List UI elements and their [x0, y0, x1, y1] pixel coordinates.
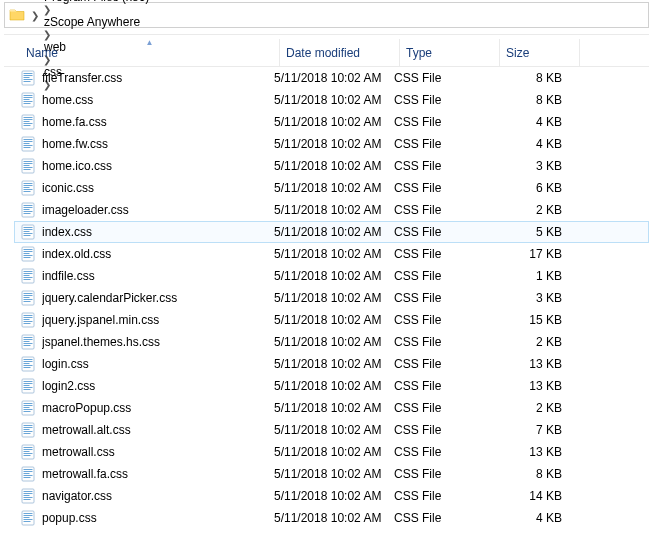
- svg-rect-8: [24, 97, 33, 98]
- file-size: 4 KB: [494, 134, 568, 154]
- file-row[interactable]: jquery.calendarPicker.css5/11/2018 10:02…: [14, 287, 649, 309]
- svg-rect-92: [24, 405, 33, 406]
- file-name-cell: macroPopup.css: [20, 398, 274, 418]
- file-row[interactable]: home.css5/11/2018 10:02 AMCSS File8 KB: [14, 89, 649, 111]
- file-row[interactable]: indfile.css5/11/2018 10:02 AMCSS File1 K…: [14, 265, 649, 287]
- svg-rect-33: [24, 187, 30, 188]
- css-file-icon: [20, 488, 36, 504]
- file-name: metrowall.alt.css: [42, 423, 131, 437]
- column-header-name[interactable]: Name ▲: [20, 39, 280, 66]
- file-date: 5/11/2018 10:02 AM: [274, 464, 394, 484]
- css-file-icon: [20, 136, 36, 152]
- svg-rect-19: [24, 139, 33, 140]
- svg-rect-17: [24, 125, 31, 126]
- file-row[interactable]: imageloader.css5/11/2018 10:02 AMCSS Fil…: [14, 199, 649, 221]
- css-file-icon: [20, 290, 36, 306]
- file-size: 8 KB: [494, 90, 568, 110]
- chevron-right-icon[interactable]: ❯: [29, 10, 41, 21]
- svg-rect-97: [24, 425, 33, 426]
- svg-rect-63: [24, 297, 30, 298]
- file-row[interactable]: metrowall.css5/11/2018 10:02 AMCSS File1…: [14, 441, 649, 463]
- svg-rect-37: [24, 205, 33, 206]
- file-date: 5/11/2018 10:02 AM: [274, 354, 394, 374]
- svg-rect-93: [24, 407, 30, 408]
- file-date: 5/11/2018 10:02 AM: [274, 486, 394, 506]
- breadcrumb-bar: ❯ This PC❯Local Disk (C:)❯Program Files …: [4, 2, 649, 28]
- css-file-icon: [20, 400, 36, 416]
- column-header-date[interactable]: Date modified: [280, 39, 400, 66]
- file-row[interactable]: home.ico.css5/11/2018 10:02 AMCSS File3 …: [14, 155, 649, 177]
- chevron-right-icon[interactable]: ❯: [41, 4, 53, 15]
- svg-rect-9: [24, 99, 30, 100]
- breadcrumb-item[interactable]: zScope Anywhere: [41, 15, 152, 29]
- file-name: jquery.calendarPicker.css: [42, 291, 177, 305]
- file-name: iconic.css: [42, 181, 94, 195]
- file-name-cell: indfile.css: [20, 266, 274, 286]
- svg-rect-69: [24, 319, 30, 320]
- file-date: 5/11/2018 10:02 AM: [274, 178, 394, 198]
- file-row[interactable]: navigator.css5/11/2018 10:02 AMCSS File1…: [14, 485, 649, 507]
- svg-rect-89: [24, 389, 31, 390]
- file-row[interactable]: index.css5/11/2018 10:02 AMCSS File5 KB: [14, 221, 649, 243]
- column-header-size[interactable]: Size: [500, 39, 580, 66]
- svg-rect-105: [24, 451, 30, 452]
- svg-rect-44: [24, 229, 33, 230]
- svg-rect-41: [24, 213, 31, 214]
- file-row[interactable]: metrowall.alt.css5/11/2018 10:02 AMCSS F…: [14, 419, 649, 441]
- file-date: 5/11/2018 10:02 AM: [274, 332, 394, 352]
- file-row[interactable]: macroPopup.css5/11/2018 10:02 AMCSS File…: [14, 397, 649, 419]
- svg-rect-59: [24, 279, 31, 280]
- file-row[interactable]: login.css5/11/2018 10:02 AMCSS File13 KB: [14, 353, 649, 375]
- file-row[interactable]: jquery.jspanel.min.css5/11/2018 10:02 AM…: [14, 309, 649, 331]
- svg-rect-109: [24, 469, 33, 470]
- file-size: 1 KB: [494, 266, 568, 286]
- file-name: popup.css: [42, 511, 97, 525]
- file-type: CSS File: [394, 68, 494, 88]
- file-date: 5/11/2018 10:02 AM: [274, 156, 394, 176]
- svg-rect-53: [24, 257, 31, 258]
- file-name: login.css: [42, 357, 89, 371]
- file-row[interactable]: jspanel.themes.hs.css5/11/2018 10:02 AMC…: [14, 331, 649, 353]
- file-name: jquery.jspanel.min.css: [42, 313, 159, 327]
- file-name-cell: home.ico.css: [20, 156, 274, 176]
- file-date: 5/11/2018 10:02 AM: [274, 112, 394, 132]
- svg-rect-98: [24, 427, 33, 428]
- column-headers: Name ▲ Date modified Type Size: [4, 39, 649, 67]
- file-size: 2 KB: [494, 398, 568, 418]
- svg-rect-15: [24, 121, 30, 122]
- css-file-icon: [20, 334, 36, 350]
- file-type: CSS File: [394, 156, 494, 176]
- svg-rect-20: [24, 141, 33, 142]
- svg-rect-22: [24, 145, 33, 146]
- breadcrumb-item[interactable]: Program Files (x86): [41, 0, 152, 4]
- file-size: 6 KB: [494, 178, 568, 198]
- file-size: 3 KB: [494, 288, 568, 308]
- svg-rect-104: [24, 449, 33, 450]
- svg-rect-91: [24, 403, 33, 404]
- file-row[interactable]: index.old.css5/11/2018 10:02 AMCSS File1…: [14, 243, 649, 265]
- file-row[interactable]: iconic.css5/11/2018 10:02 AMCSS File6 KB: [14, 177, 649, 199]
- file-name-cell: index.css: [20, 222, 274, 242]
- file-type: CSS File: [394, 332, 494, 352]
- svg-rect-58: [24, 277, 33, 278]
- file-name: home.css: [42, 93, 93, 107]
- file-date: 5/11/2018 10:02 AM: [274, 90, 394, 110]
- file-row[interactable]: metrowall.fa.css5/11/2018 10:02 AMCSS Fi…: [14, 463, 649, 485]
- svg-rect-110: [24, 471, 33, 472]
- svg-rect-14: [24, 119, 33, 120]
- file-row[interactable]: popup.css5/11/2018 10:02 AMCSS File4 KB: [14, 507, 649, 529]
- file-size: 2 KB: [494, 200, 568, 220]
- svg-rect-4: [24, 79, 33, 80]
- svg-rect-56: [24, 273, 33, 274]
- file-row[interactable]: home.fw.css5/11/2018 10:02 AMCSS File4 K…: [14, 133, 649, 155]
- file-size: 5 KB: [494, 222, 568, 242]
- svg-rect-3: [24, 77, 30, 78]
- svg-rect-25: [24, 161, 33, 162]
- file-row[interactable]: login2.css5/11/2018 10:02 AMCSS File13 K…: [14, 375, 649, 397]
- svg-rect-65: [24, 301, 31, 302]
- file-row[interactable]: home.fa.css5/11/2018 10:02 AMCSS File4 K…: [14, 111, 649, 133]
- svg-rect-47: [24, 235, 31, 236]
- file-row[interactable]: fileTransfer.css5/11/2018 10:02 AMCSS Fi…: [14, 67, 649, 89]
- svg-rect-106: [24, 453, 33, 454]
- column-header-type[interactable]: Type: [400, 39, 500, 66]
